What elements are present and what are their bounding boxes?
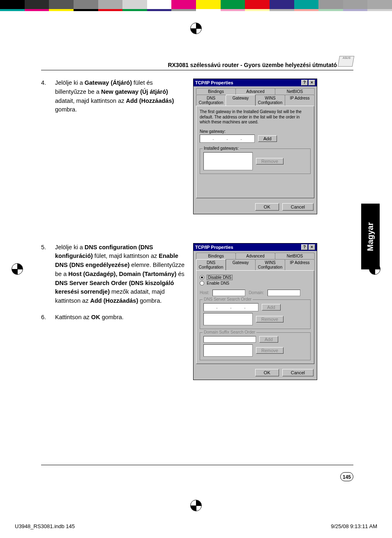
ok-button[interactable]: OK (255, 369, 279, 376)
brand-logo-icon: ASUS (338, 56, 355, 67)
ok-button[interactable]: OK (255, 203, 279, 211)
dialog-titlebar: TCP/IP Properties ? × (194, 243, 317, 251)
footer-left-text: U3948_RS3081.indb 145 (15, 523, 75, 529)
registration-mark-top (190, 23, 202, 34)
language-tab: Magyar (361, 204, 380, 269)
tab-gateway[interactable]: Gateway (226, 95, 256, 106)
tcpip-gateway-dialog: TCP/IP Properties ? × Bindings Advanced … (193, 79, 317, 214)
step-body: Jelölje ki a DNS configuration (DNS konf… (55, 243, 185, 306)
tab-wins-configuration[interactable]: WINS Configuration (255, 95, 285, 106)
step-5: 5. Jelölje ki a DNS configuration (DNS k… (41, 243, 185, 306)
header-rule (41, 70, 353, 70)
footer-rule (41, 465, 353, 465)
remove-gateway-button[interactable]: Remove (256, 158, 284, 165)
tcpip-dns-dialog: TCP/IP Properties ? × Bindings Advanced … (193, 243, 317, 380)
help-button[interactable]: ? (301, 244, 308, 250)
tab-dns-configuration[interactable]: DNS Configuration (196, 95, 226, 106)
domain-suffix-label: Domain Suffix Search Order (203, 330, 256, 334)
tab-advanced[interactable]: Advanced (235, 253, 275, 259)
disable-dns-label: Disable DNS (207, 275, 233, 280)
help-button[interactable]: ? (301, 80, 308, 86)
add-dns-button[interactable]: Add (262, 304, 281, 311)
step-number: 4. (41, 79, 55, 114)
dialog-titlebar: TCP/IP Properties ? × (194, 79, 317, 86)
domain-suffix-list[interactable] (203, 344, 253, 357)
step-6: 6. Kattintson az OK gombra. (41, 313, 185, 322)
disable-dns-radio[interactable] (200, 275, 204, 280)
tab-ip-address[interactable]: IP Address (285, 95, 315, 106)
installed-gateways-label: Installed gateways: (203, 146, 240, 151)
page-content: RX3081 szélessávú router - Gyors üzembe … (41, 62, 353, 409)
new-gateway-label: New gateway: (200, 129, 311, 134)
print-color-bar-2 (0, 9, 392, 11)
page-number: 145 (340, 472, 353, 481)
step-number: 6. (41, 313, 55, 322)
tab-ip-address[interactable]: IP Address (285, 259, 315, 270)
dns-server-input[interactable]: ... (203, 303, 258, 311)
print-color-bar-1 (0, 0, 392, 9)
add-suffix-button[interactable]: Add (259, 336, 278, 343)
tab-bindings[interactable]: Bindings (196, 88, 236, 95)
dns-order-label: DNS Server Search Order (203, 297, 253, 301)
gateway-info-text: The first gateway in the Installed Gatew… (200, 109, 311, 125)
step-body: Kattintson az OK gombra. (55, 313, 185, 322)
tab-netbios[interactable]: NetBIOS (275, 88, 315, 95)
step-body: Jelölje ki a Gateway (Átjáró) fület és b… (55, 79, 185, 114)
dns-server-list[interactable] (203, 313, 253, 325)
new-gateway-input[interactable]: ... (200, 134, 255, 143)
installed-gateways-list[interactable] (203, 152, 253, 170)
close-button[interactable]: × (309, 244, 315, 250)
tab-bindings[interactable]: Bindings (196, 253, 236, 259)
footer-right-text: 9/25/08 9:13:11 AM (331, 523, 377, 529)
registration-mark-left (12, 263, 23, 275)
tab-gateway[interactable]: Gateway (226, 259, 256, 270)
tab-netbios[interactable]: NetBIOS (275, 253, 315, 259)
domain-input[interactable] (267, 290, 300, 296)
step-number: 5. (41, 243, 55, 306)
enable-dns-label: Enable DNS (207, 281, 229, 285)
step-4: 4. Jelölje ki a Gateway (Átjáró) fület é… (41, 79, 185, 114)
enable-dns-radio[interactable] (200, 281, 204, 285)
host-label: Host: (200, 290, 209, 295)
host-input[interactable] (212, 290, 245, 296)
tab-dns-configuration[interactable]: DNS Configuration (196, 259, 226, 270)
page-header-title: RX3081 szélessávú router - Gyors üzembe … (41, 62, 353, 68)
tab-wins-configuration[interactable]: WINS Configuration (255, 259, 285, 270)
dialog-title: TCP/IP Properties (195, 245, 300, 250)
cancel-button[interactable]: Cancel (282, 203, 314, 211)
dialog-title: TCP/IP Properties (195, 80, 300, 85)
remove-suffix-button[interactable]: Remove (256, 347, 284, 354)
domain-label: Domain: (249, 290, 264, 295)
add-gateway-button[interactable]: Add (258, 135, 277, 142)
close-button[interactable]: × (309, 80, 315, 86)
domain-suffix-input[interactable] (203, 336, 256, 343)
registration-mark-bottom (190, 500, 202, 511)
tab-advanced[interactable]: Advanced (235, 88, 275, 95)
remove-dns-button[interactable]: Remove (256, 316, 284, 322)
cancel-button[interactable]: Cancel (282, 369, 314, 376)
